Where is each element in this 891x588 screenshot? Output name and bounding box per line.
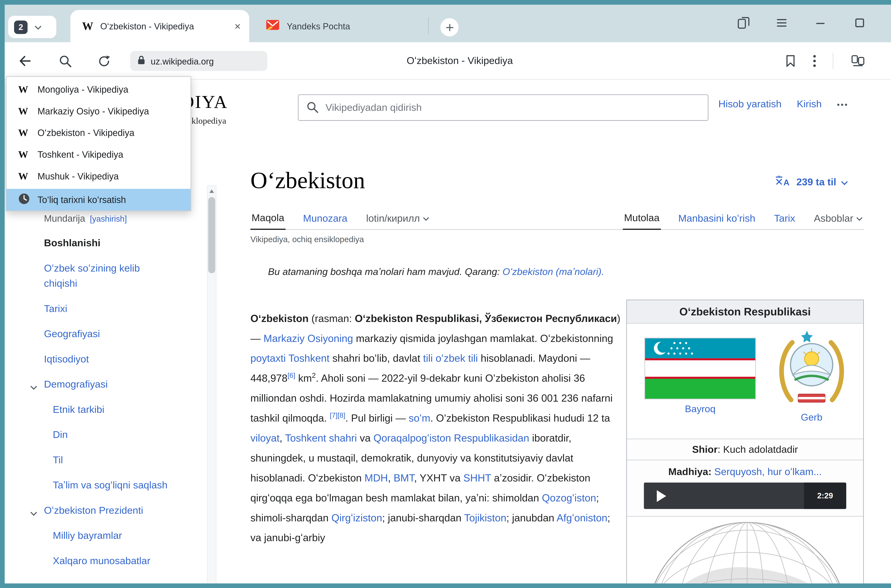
tab-view-source[interactable]: Manbasini koʻrish [677, 213, 756, 230]
language-count: 239 ta til [796, 177, 836, 188]
yandex-search-icon[interactable] [56, 52, 74, 70]
kebab-menu-icon[interactable] [806, 52, 824, 70]
toc-scrollbar[interactable] [207, 185, 216, 584]
chevron-down-icon[interactable] [30, 506, 38, 521]
tab-counter-button[interactable]: 2 [8, 16, 56, 38]
login-link[interactable]: Kirish [797, 99, 822, 110]
history-menu-item[interactable]: W Oʻzbekiston - Vikipediya [6, 122, 190, 144]
wikipedia-favicon: W [18, 170, 30, 182]
article-link[interactable]: Toshkent [288, 352, 330, 364]
toc-item[interactable]: Iqtisodiyot [44, 352, 174, 367]
toc-subitem[interactable]: Din [44, 428, 174, 443]
hatnote-link[interactable]: Oʻzbekiston (maʼnolari). [502, 266, 604, 277]
tab-article[interactable]: Maqola [250, 212, 285, 230]
article-link[interactable]: Toshkent shahri [285, 432, 357, 444]
tab-read[interactable]: Mutolaa [623, 212, 661, 230]
anthem-link[interactable]: Serquyosh, hur oʻlkam... [714, 466, 822, 478]
flag-caption-link[interactable]: Bayroq [645, 404, 756, 415]
article-text: markaziy qismida joylashgan mamlakat. Oʻ… [353, 333, 613, 344]
more-options-icon[interactable]: ••• [837, 100, 849, 109]
article-link[interactable]: Qoraqalpogʻiston Respublikasidan [374, 432, 529, 444]
anthem-audio-player[interactable]: 2:29 [644, 483, 846, 509]
toc-item[interactable]: Geografiyasi [44, 327, 174, 342]
article-link[interactable]: poytaxti [250, 352, 286, 364]
toc-hide-link[interactable]: [yashirish] [90, 214, 127, 224]
new-tab-button[interactable] [440, 18, 459, 36]
toc-subitem[interactable]: Etnik tarkibi [44, 402, 174, 418]
article-link[interactable]: [7][8] [330, 411, 345, 419]
play-icon[interactable] [657, 490, 666, 502]
emblem-caption-link[interactable]: Gerb [775, 412, 849, 423]
article-link[interactable]: SHHT [464, 472, 491, 484]
address-bar[interactable]: uz.wikipedia.org [130, 51, 267, 71]
article-link[interactable]: [6] [287, 371, 295, 380]
toc-item-label: Oʻzbek soʻzining kelib chiqishi [44, 262, 140, 289]
toc-subitem[interactable]: Til [44, 453, 174, 468]
site-tagline: Vikipediya, ochiq ensiklopediya [250, 234, 364, 244]
uzbekistan-flag-image[interactable] [645, 338, 756, 399]
toolbar-separator [833, 53, 833, 69]
toc-subitem[interactable]: Milliy bayramlar [44, 528, 174, 544]
close-window-button[interactable] [890, 14, 891, 32]
language-selector[interactable]: A 239 ta til [774, 175, 848, 190]
chevron-down-icon[interactable] [30, 380, 38, 395]
article-link[interactable]: Markaziy Osiyoning [264, 333, 353, 344]
toc-item-label: Til [53, 454, 63, 466]
menu-hamburger-icon[interactable] [773, 14, 790, 32]
history-menu-item[interactable]: W Mushuk - Vikipediya [6, 165, 190, 187]
downloads-icon[interactable] [889, 52, 891, 70]
article-text: (rasman: [309, 312, 355, 324]
toc-item-label: Demografiyasi [44, 379, 108, 390]
article-link[interactable]: Qirgʻiziston [332, 512, 382, 524]
infobox-motto: Shior: Kuch adolatdadir [627, 439, 863, 460]
history-clock-icon [18, 193, 30, 207]
tab-active-wikipedia[interactable]: W Oʻzbekiston - Vikipediya ✕ [70, 10, 249, 42]
tab-variant[interactable]: lotin/кирилл [365, 213, 430, 230]
tab-tools[interactable]: Asboblar [813, 213, 864, 230]
collections-icon[interactable] [849, 52, 867, 70]
tab-talk[interactable]: Munozara [302, 213, 348, 230]
minimize-button[interactable] [812, 14, 829, 32]
back-button[interactable] [16, 52, 34, 70]
show-full-history-item[interactable]: Toʻliq tarixni koʻrsatish [6, 189, 190, 211]
uzbekistan-emblem-image[interactable] [775, 328, 849, 409]
article-link[interactable]: tili [423, 352, 433, 364]
scrollbar-thumb[interactable] [208, 197, 215, 273]
wiki-search-input[interactable] [298, 94, 708, 121]
close-tab-icon[interactable]: ✕ [234, 21, 241, 31]
table-of-contents: Mundarija[yashirish] Boshlanishi Oʻzbek … [44, 213, 187, 579]
toc-subitem[interactable]: Xalqaro munosabatlar [44, 554, 174, 569]
history-menu-item[interactable]: W Mongoliya - Vikipediya [6, 79, 190, 100]
article-link[interactable]: oʻzbek tili [436, 352, 478, 364]
article-link[interactable]: Tojikiston [464, 512, 507, 524]
article-link[interactable]: Afgʻoniston [556, 512, 607, 524]
bookmark-icon[interactable] [782, 52, 800, 70]
toc-subitem[interactable]: Taʼlim va sogʻliqni saqlash [44, 478, 174, 493]
article-link[interactable]: viloyat [250, 432, 279, 444]
toc-item-expandable[interactable]: Oʻzbekiston Prezidenti [44, 503, 174, 519]
toc-item-expandable[interactable]: Demografiyasi [44, 377, 174, 392]
toc-item[interactable]: Tarixi [44, 301, 174, 316]
article-link[interactable]: BMT [394, 472, 414, 484]
sidebar-panels-icon[interactable] [735, 14, 752, 32]
article-text: . Oʻzbekiston Respublikasi hududi 12 ta [430, 412, 610, 424]
history-menu-item[interactable]: W Markaziy Osiyo - Vikipediya [6, 100, 190, 122]
create-account-link[interactable]: Hisob yaratish [718, 99, 782, 110]
scroll-up-button[interactable] [208, 186, 216, 196]
reload-button[interactable] [95, 52, 112, 70]
infobox-anthem: Madhiya: Serquyosh, hur oʻlkam... 2:29 [627, 460, 863, 516]
window-frame: 2 W Oʻzbekiston - Vikipediya ✕ Yandeks P… [0, 0, 891, 588]
article-link[interactable]: Qozogʻiston [542, 492, 596, 504]
article-title: Oʻzbekiston [250, 166, 365, 194]
tab-separator [428, 18, 429, 34]
article-link[interactable]: MDH [364, 472, 388, 484]
tab-yandex-mail[interactable]: Yandeks Pochta [254, 10, 428, 42]
tab-history[interactable]: Tarix [773, 213, 796, 230]
tab-count-badge: 2 [14, 20, 28, 34]
maximize-button[interactable] [851, 14, 868, 32]
chevron-down-icon[interactable] [34, 22, 42, 32]
article-link[interactable]: soʻm [409, 412, 430, 424]
history-menu-item[interactable]: W Toshkent - Vikipediya [6, 144, 190, 165]
toc-item[interactable]: Oʻzbek soʻzining kelib chiqishi [44, 261, 174, 291]
toc-item[interactable]: Boshlanishi [44, 236, 174, 251]
